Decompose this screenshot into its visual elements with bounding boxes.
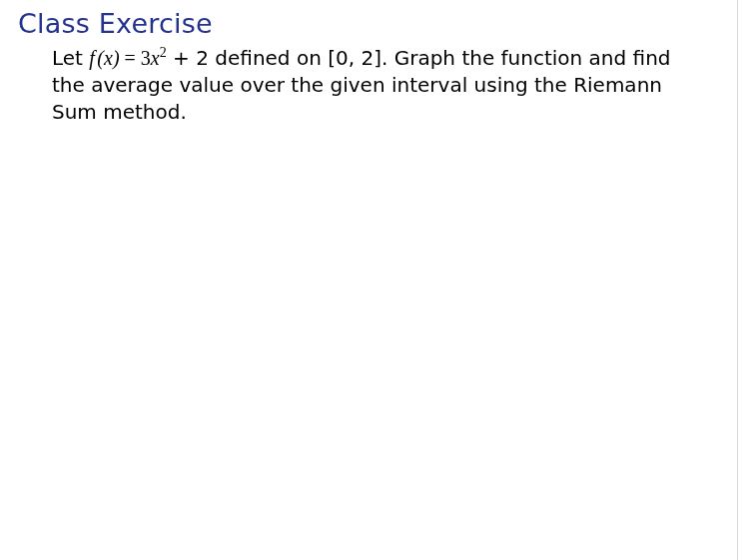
math-fx: f (x) bbox=[89, 47, 119, 69]
exercise-text: Let f (x) = 3x2 + 2 defined on [0, 2]. G… bbox=[52, 45, 691, 126]
text-pre: Let bbox=[52, 46, 89, 70]
right-rule bbox=[737, 0, 738, 560]
slide: Class Exercise Let f (x) = 3x2 + 2 defin… bbox=[0, 0, 756, 560]
slide-title: Class Exercise bbox=[18, 8, 738, 39]
math-sq: 2 bbox=[160, 45, 167, 60]
math-eq: = 3 bbox=[120, 47, 151, 69]
math-x: x bbox=[151, 47, 160, 69]
